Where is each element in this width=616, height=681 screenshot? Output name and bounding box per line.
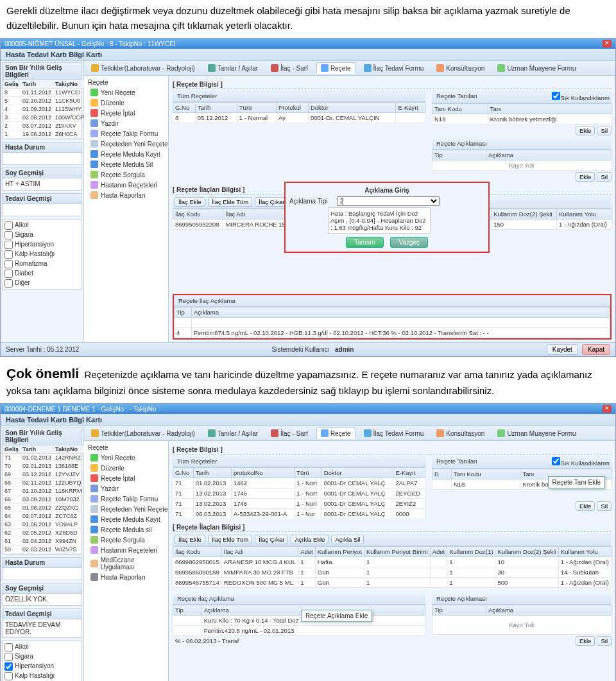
toolbar-button[interactable]: İlaç Çıkar — [255, 197, 288, 207]
ekle-button[interactable]: Ekle — [576, 501, 595, 511]
table-row[interactable]: 401.09.20121115WHY — [3, 105, 86, 114]
sil-button[interactable]: Sil — [597, 501, 612, 511]
sil-button[interactable]: Sil — [597, 126, 612, 135]
tree-item[interactable]: Reçete Medula sil — [90, 524, 168, 535]
tab[interactable]: Konsültasyon — [432, 427, 489, 439]
table-row[interactable]: 7113.02.201317461 - Norr0001-Dr CEMAL YA… — [173, 488, 425, 499]
tab[interactable]: Uzman Muayene Formu — [493, 427, 580, 439]
aciklama-tipi-select[interactable]: 2 — [337, 196, 440, 206]
tree-item[interactable]: Hasta Raporları — [90, 190, 168, 200]
tree-item[interactable]: Hasta Raporları — [90, 572, 168, 582]
table-row[interactable]: 8699586090189MIMPARA 30 MG 28 FTB1Gün113… — [173, 567, 612, 578]
tab[interactable]: Konsültasyon — [432, 62, 489, 74]
risk-check-item[interactable]: Sigara — [4, 652, 80, 662]
tab[interactable]: Tanılar / Aşılar — [203, 62, 262, 74]
sil-button[interactable]: Sil — [597, 172, 612, 182]
risk-check-item[interactable]: Romatizma — [4, 259, 80, 269]
sil-button[interactable]: Sil — [597, 636, 612, 646]
recete-aciklama-grid[interactable]: TipAçıklama Kayıt Yok — [432, 605, 612, 635]
table-row[interactable]: 6301.06.2012YO9ALP — [3, 521, 84, 529]
toolbar-button[interactable]: İlaç Ekle Tüm — [208, 535, 252, 544]
risk-check-item[interactable]: Hipertansiyon — [4, 662, 80, 671]
table-row[interactable]: 6202.05.2012XZ6D6D — [3, 529, 84, 537]
table-row[interactable]: N18Kronik böbrek yetmezliği — [432, 114, 612, 125]
table-row[interactable]: 6603.09.201210M7032 — [3, 496, 84, 504]
tree-item[interactable]: Reçete Medula Sil — [90, 159, 168, 169]
risk-check-item[interactable]: Alkol — [4, 221, 80, 230]
close-icon[interactable]: ✕ — [603, 405, 612, 413]
tree-item[interactable]: Düzenle — [90, 463, 168, 473]
tree-item[interactable]: Reçete Takip Formu — [90, 128, 168, 139]
tree-item[interactable]: Düzenle — [90, 98, 168, 108]
risk-checklist[interactable]: AlkolSigaraHipertansiyonKalp HastalığıRo… — [3, 641, 81, 681]
table-row[interactable]: 7106.03.2013A-533423-29-001-A1 - Nor0001… — [173, 509, 425, 519]
risk-checklist[interactable]: AlkolSigaraHipertansiyonKalp HastalığıRo… — [3, 220, 81, 289]
toolbar-button[interactable]: İlaç Ekle — [175, 197, 205, 207]
table-row[interactable]: 7101.02.201314621 - Norr0001-Dr CEMAL YA… — [173, 478, 425, 488]
ekle-button[interactable]: Ekle — [576, 172, 595, 182]
recete-aciklama-grid[interactable]: TipAçıklama Kayıt Yok — [432, 150, 612, 171]
tab[interactable]: İlaç Tedavi Formu — [359, 62, 429, 74]
table-row[interactable]: 805.12.20121 - NormalAy0001-Dr. CEMAL YA… — [173, 113, 425, 123]
tree-item[interactable]: Reçete Medula Kayıt — [90, 514, 168, 524]
risk-check-item[interactable]: Diğer — [4, 279, 80, 288]
tree-item[interactable]: Reçete Medula Kayıt — [90, 149, 168, 159]
tani-grid[interactable]: Tanı KoduTanı N18Kronik böbrek yetmezliğ… — [432, 103, 612, 125]
tree-item[interactable]: Yazdır — [90, 118, 168, 128]
tree-item[interactable]: Reçeteden Yeni Reçete — [90, 139, 168, 149]
table-row[interactable]: 203.07.2012ZDIAXV — [3, 122, 86, 130]
tree-item[interactable]: Reçete Sorgula — [90, 169, 168, 180]
tree-item[interactable]: Hastanın Reçeteleri — [90, 545, 168, 555]
risk-check-item[interactable]: Kalp Hastalığı — [4, 671, 80, 681]
tab[interactable]: İlaç Tedavi Formu — [359, 427, 429, 439]
tree-item[interactable]: Hastanın Reçeteleri — [90, 180, 168, 190]
tree-item[interactable]: Reçete İptal — [90, 473, 168, 483]
tree-item[interactable]: Yeni Reçete — [90, 453, 168, 463]
table-row[interactable]: 6802.11.2012122UBYQ — [3, 479, 84, 487]
tab[interactable]: Uzman Muayene Formu — [493, 62, 580, 74]
recete-ilac-aciklama-grid[interactable]: TipAçıklama 2Hata : Başlangıç Tedavi İçi… — [174, 307, 610, 338]
table-row[interactable]: 7113.02.201317461 - Norr0001-Dr CEMAL YA… — [173, 499, 425, 509]
tamam-button[interactable]: Tamam — [346, 237, 384, 248]
table-row[interactable]: 6402.07.2012ZC7C6Z — [3, 512, 84, 521]
tab[interactable]: İlaç - Sarf — [266, 427, 312, 439]
table-row[interactable]: Ferritin:420.8 ng/mL - 02.01.2013 — [173, 626, 425, 636]
risk-check-item[interactable]: Hipertansiyon — [4, 240, 80, 250]
tree-item[interactable]: Reçete Takip Formu — [90, 494, 168, 504]
tree-item[interactable]: Yazdır — [90, 483, 168, 494]
table-row[interactable]: 8699546755714REDOXON 500 MG 5 ML1Gün1150… — [173, 578, 612, 588]
table-row[interactable]: 6701.10.2012118KRRM — [3, 487, 84, 496]
toolbar-button[interactable]: Açıkla Sil — [331, 535, 364, 544]
kapat-button[interactable]: Kapat — [582, 344, 610, 355]
vazgec-button[interactable]: Vazgeç — [390, 237, 428, 248]
toolbar-button[interactable]: İlaç Çıkar — [255, 535, 288, 544]
tab[interactable]: İlaç - Sarf — [266, 62, 312, 74]
table-row[interactable]: 4Ferritin:674.5 ng/mL - 02.10.2012 - HGB… — [175, 328, 610, 338]
risk-check-item[interactable]: Alkol — [4, 642, 80, 652]
rx-grid[interactable]: G.NoTarihprotokolNoTürüDoktorE-Kayıt 710… — [173, 467, 425, 519]
tab[interactable]: Tetkikler(Laboratuvar - Radyoloji) — [87, 62, 200, 74]
sik-kullandiklarim-check[interactable]: Sık Kullandıklarım — [549, 457, 610, 467]
tree-item[interactable]: Reçete Sorgula — [90, 535, 168, 545]
table-row[interactable]: 5002.03.2012WIZV7S — [3, 546, 84, 554]
ilac-grid[interactable]: İlaç Koduİlaç AdıAdetKullanım PeriyotKul… — [173, 546, 612, 588]
sik-kullandiklarim-check[interactable]: Sık Kullandıklarım — [549, 92, 610, 101]
risk-check-item[interactable]: Sigara — [4, 230, 80, 240]
tree-item[interactable]: Yeni Reçete — [90, 87, 168, 98]
tab[interactable]: Tanılar / Aşılar — [203, 427, 262, 439]
table-row[interactable]: Kuru Kilo : 70 Kg x 0.14 - Total Doz — [173, 616, 425, 626]
visits-table[interactable]: GelişTarihTakipNo 7101.02.2013142RNRZ700… — [3, 445, 84, 554]
table-row[interactable]: 7101.02.2013142RNRZ — [3, 454, 84, 462]
rx-grid[interactable]: G.NoTarihTürüProtokolDoktorE-Kayıt 805.1… — [173, 102, 425, 123]
table-row[interactable]: 6501.08.2012ZZQZKG — [3, 504, 84, 512]
table-row[interactable]: 8699862950015ARANESP 10 MCG.4 KUL1Hafta1… — [173, 557, 612, 567]
table-row[interactable]: 6903.12.201212YVJZV — [3, 470, 84, 479]
recete-ilac-aciklama-grid[interactable]: TipAçıklama Kuru Kilo : 70 Kg x 0.14 - T… — [173, 605, 425, 636]
table-row[interactable]: 502.10.201211CK5U0 — [3, 97, 86, 105]
risk-check-item[interactable]: Diabet — [4, 269, 80, 279]
table-row[interactable]: 302.08.2012100W/CCP — [3, 114, 86, 122]
table-row[interactable]: 7002.01.2013138188E — [3, 462, 84, 470]
table-row[interactable]: 119.06.2012Z6H0CA — [3, 130, 86, 139]
toolbar-button[interactable]: Açıkla Ekle — [291, 535, 329, 544]
tab[interactable]: Tetkikler(Laboratuvar - Radyoloji) — [87, 427, 200, 439]
